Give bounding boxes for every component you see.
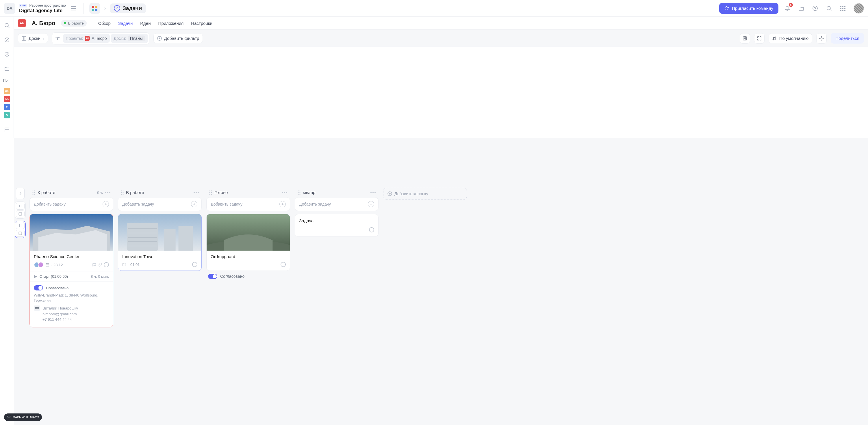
column-title[interactable]: Готово [214, 190, 280, 195]
project-badge[interactable]: Б [4, 112, 10, 119]
drag-handle-icon[interactable] [298, 190, 301, 195]
column-title[interactable]: К работе [37, 190, 94, 195]
approved-toggle[interactable] [208, 274, 217, 279]
tab-приложения[interactable]: Приложения [158, 20, 184, 27]
project-header: АБ А. Бюро В работе ОбзорЗадачиИдеиПрило… [14, 17, 868, 29]
notifications-button[interactable]: 5 [782, 3, 792, 13]
workspace-name: Digital agency Lite [19, 8, 66, 13]
tab-идеи[interactable]: Идеи [140, 20, 151, 27]
project-chip[interactable]: АБ [18, 19, 26, 27]
task-card[interactable]: Phaeno Science Center - 28.12 [29, 214, 113, 327]
svg-rect-53 [164, 229, 176, 251]
filter-projects[interactable]: Проекты: АБ А. Бюро [63, 34, 110, 43]
status-circle-icon[interactable] [104, 262, 109, 267]
column-menu-button[interactable] [194, 192, 199, 193]
sidebar-item-check2[interactable] [2, 50, 11, 59]
settings-button[interactable] [816, 33, 827, 43]
project-status[interactable]: В работе [61, 20, 86, 27]
sidebar-item-folder[interactable] [2, 64, 11, 73]
add-task-button[interactable]: Добавить задачу + [206, 197, 290, 211]
mini-board-2a[interactable]: П [16, 222, 25, 229]
project-badge[interactable]: АБ [4, 96, 10, 102]
boards-view-button[interactable]: Доски › [18, 33, 48, 43]
add-task-button[interactable]: Добавить задачу + [118, 197, 202, 211]
column-menu-button[interactable] [105, 192, 111, 193]
workspace-text[interactable]: LITE Рабочее пространство Digital agency… [19, 3, 66, 13]
folder-button[interactable] [796, 3, 806, 13]
card-toggle-row: Согласовано [206, 274, 290, 279]
svg-point-25 [5, 52, 9, 56]
status-circle-icon[interactable] [369, 227, 374, 232]
drag-handle-icon[interactable] [32, 190, 35, 195]
mini-board-2b[interactable] [16, 230, 25, 237]
status-circle-icon[interactable] [281, 262, 286, 267]
svg-rect-12 [844, 8, 845, 9]
column-title[interactable]: В работе [126, 190, 191, 195]
drag-handle-icon[interactable] [121, 190, 124, 195]
mini-board-1b[interactable] [16, 210, 25, 218]
search-button[interactable] [824, 3, 834, 13]
project-badge[interactable]: ДХ [4, 88, 10, 94]
apps-grid-button[interactable] [838, 3, 848, 13]
svg-rect-41 [46, 264, 49, 266]
svg-rect-9 [844, 6, 845, 7]
workspace-logo[interactable]: DA [4, 3, 15, 14]
tab-обзор[interactable]: Обзор [98, 20, 111, 27]
task-card[interactable]: Innovation Tower - 01.01 [118, 214, 202, 271]
task-card[interactable]: Ordrupgaard [206, 214, 290, 271]
column-menu-button[interactable] [282, 192, 287, 193]
add-column-label: Добавить колонку [395, 191, 428, 196]
svg-point-23 [5, 23, 8, 27]
search-sidebar-button[interactable] [2, 21, 11, 30]
sidebar-item-check1[interactable] [2, 35, 11, 44]
svg-point-49 [196, 192, 197, 193]
status-circle-icon[interactable] [192, 262, 197, 267]
drag-handle-icon[interactable] [209, 190, 212, 195]
add-column-button[interactable]: Добавить колонку [383, 188, 467, 200]
attachment-icon[interactable] [98, 263, 102, 267]
add-task-button[interactable]: Добавить задачу + [29, 197, 113, 211]
svg-rect-7 [840, 6, 841, 7]
svg-rect-0 [92, 6, 94, 8]
assignee-avatars[interactable] [34, 262, 43, 268]
svg-point-34 [34, 194, 35, 195]
svg-point-18 [57, 38, 58, 39]
app-switch-button[interactable] [89, 3, 100, 14]
invite-team-button[interactable]: Пригласить команду [719, 3, 778, 14]
save-view-button[interactable] [740, 33, 750, 43]
share-button[interactable]: Поделиться [831, 33, 864, 43]
top-bar: DA LITE Рабочее пространство Digital age… [0, 0, 868, 17]
approved-toggle[interactable] [34, 285, 43, 290]
svg-point-72 [300, 194, 301, 195]
filter-projects-label: Проекты: [66, 36, 83, 41]
sidebar-bottom-button[interactable] [2, 125, 11, 135]
mini-board-1a[interactable]: П [16, 203, 25, 209]
expand-panel-button[interactable] [16, 188, 25, 199]
chevron-right-icon: › [43, 36, 44, 41]
tab-задачи[interactable]: Задачи [118, 20, 133, 27]
fullscreen-button[interactable] [754, 33, 765, 43]
column-menu-button[interactable] [370, 192, 376, 193]
sliders-icon[interactable] [54, 36, 62, 41]
contact-name: Виталий Понарошку [42, 305, 78, 311]
sort-icon [772, 36, 776, 41]
breadcrumb-tasks[interactable]: ✓ Задачи [110, 3, 146, 13]
menu-icon[interactable] [70, 5, 78, 12]
user-avatar[interactable] [854, 3, 864, 13]
filter-boards[interactable]: Доски: Планы [111, 34, 148, 43]
comments-icon[interactable] [92, 263, 96, 267]
help-button[interactable] [810, 3, 820, 13]
sort-dropdown[interactable]: По умолчанию [769, 33, 812, 43]
add-filter-button[interactable]: Добавить фильтр [153, 33, 203, 43]
svg-rect-15 [844, 10, 845, 11]
grid-icon [840, 6, 845, 11]
tab-настройки[interactable]: Настройки [191, 20, 212, 27]
calendar-icon [45, 263, 50, 267]
gear-icon [819, 36, 824, 41]
column-title[interactable]: ывапр [303, 190, 368, 195]
project-badge[interactable]: Р [4, 104, 10, 110]
task-card[interactable]: Задача [295, 214, 378, 237]
svg-point-47 [123, 194, 124, 195]
card-timer-row[interactable]: Старт (01:00:00) 8 ч. 0 мин. [30, 271, 113, 282]
add-task-button[interactable]: Добавить задачу + [295, 197, 378, 211]
